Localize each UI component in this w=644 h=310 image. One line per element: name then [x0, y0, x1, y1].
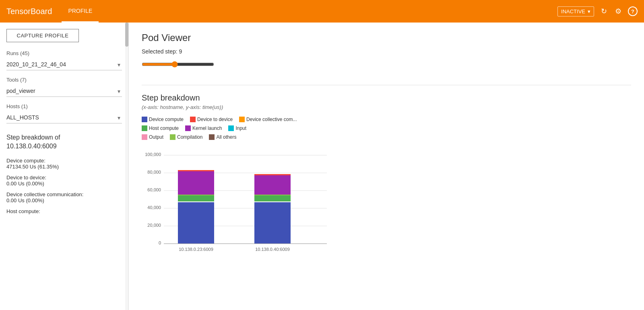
runs-section: Runs (45) 2020_10_21_22_46_04 ▾ — [6, 50, 122, 70]
bar1-kernel-launch — [178, 171, 214, 195]
tools-label: Tools (7) — [6, 77, 122, 83]
bar2-device-compute — [254, 202, 291, 244]
runs-select-wrapper: 2020_10_21_22_46_04 ▾ — [6, 59, 122, 70]
sidebar: CAPTURE PROFILE Runs (45) 2020_10_21_22_… — [0, 23, 129, 310]
device-compute-item: Device compute: 47134.50 Us (61.35%) — [6, 158, 122, 170]
tools-select[interactable]: pod_viewer — [6, 85, 122, 97]
bar2-device-to-device — [254, 174, 291, 175]
page-title: Pod Viewer — [142, 32, 631, 43]
device-to-device-value: 0.00 Us (0.00%) — [6, 181, 122, 187]
host-compute-label: Host compute: — [6, 208, 122, 214]
device-compute-value: 47134.50 Us (61.35%) — [6, 164, 122, 170]
legend-color-5 — [228, 125, 234, 131]
device-to-device-item: Device to device: 0.00 Us (0.00%) — [6, 175, 122, 187]
legend-color-2 — [239, 117, 245, 122]
header: TensorBoard PROFILE INACTIVE ▾ ↻ ⚙ ? — [0, 0, 644, 23]
svg-text:10.138.0.23:6009: 10.138.0.23:6009 — [179, 247, 213, 252]
svg-text:100,000: 100,000 — [145, 152, 161, 157]
svg-text:80,000: 80,000 — [147, 170, 161, 175]
step-slider-container — [142, 58, 631, 72]
svg-text:20,000: 20,000 — [147, 223, 161, 228]
svg-text:60,000: 60,000 — [147, 187, 161, 192]
svg-text:0: 0 — [159, 240, 161, 245]
step-slider[interactable] — [142, 61, 214, 68]
svg-text:10.138.0.40:6009: 10.138.0.40:6009 — [255, 247, 290, 252]
legend-color-8 — [209, 134, 215, 140]
legend-item-7: Compilation — [170, 134, 202, 140]
legend-label-1: Device to device — [197, 117, 233, 122]
legend-label-3: Host compute — [149, 125, 179, 131]
bar1-host-compute — [178, 195, 214, 201]
sidebar-info: Step breakdown of10.138.0.40:6009 Device… — [6, 133, 122, 214]
bar1-device-compute — [178, 202, 214, 244]
chart-title: Step breakdown — [142, 93, 631, 103]
legend-item-2: Device collective com... — [239, 117, 297, 122]
legend-label-5: Input — [235, 125, 246, 131]
legend-color-6 — [142, 134, 147, 140]
runs-label: Runs (45) — [6, 50, 122, 56]
chart-subtitle: (x-axis: hostname, y-axis: time(us)) — [142, 104, 631, 110]
legend-color-7 — [170, 134, 175, 140]
device-compute-label: Device compute: — [6, 158, 122, 164]
legend-color-0 — [142, 117, 147, 122]
help-icon[interactable]: ? — [628, 6, 638, 16]
device-collective-label: Device collective communication: — [6, 191, 122, 197]
chart-legend: Device computeDevice to deviceDevice col… — [142, 117, 631, 142]
legend-label-0: Device compute — [149, 117, 184, 122]
device-collective-value: 0.00 Us (0.00%) — [6, 197, 122, 203]
device-to-device-label: Device to device: — [6, 175, 122, 181]
chevron-down-icon: ▾ — [588, 8, 590, 14]
svg-text:40,000: 40,000 — [147, 205, 161, 210]
legend-item-8: All others — [209, 134, 236, 140]
legend-color-1 — [190, 117, 196, 122]
legend-color-4 — [185, 125, 191, 131]
bar-chart: 100,000 80,000 60,000 40,000 20,000 0 — [142, 148, 343, 277]
hosts-select[interactable]: ALL_HOSTS — [6, 112, 122, 123]
status-label: INACTIVE — [561, 8, 585, 14]
refresh-icon[interactable]: ↻ — [599, 6, 609, 16]
status-dropdown[interactable]: INACTIVE ▾ — [557, 6, 594, 16]
step-label: Selected step: 9 — [142, 48, 631, 55]
legend-item-5: Input — [228, 125, 246, 131]
runs-select[interactable]: 2020_10_21_22_46_04 — [6, 59, 122, 70]
capture-profile-button[interactable]: CAPTURE PROFILE — [6, 29, 79, 42]
hosts-section: Hosts (1) ALL_HOSTS ▾ — [6, 103, 122, 123]
nav-profile[interactable]: PROFILE — [62, 0, 99, 23]
bar2-compilation — [254, 195, 291, 195]
legend-label-6: Output — [149, 134, 163, 140]
legend-color-3 — [142, 125, 147, 131]
divider — [142, 85, 631, 85]
legend-item-6: Output — [142, 134, 163, 140]
info-title: Step breakdown of10.138.0.40:6009 — [6, 133, 122, 151]
chart-area: 100,000 80,000 60,000 40,000 20,000 0 — [142, 148, 631, 278]
content-area: Pod Viewer Selected step: 9 Step breakdo… — [129, 23, 644, 310]
legend-item-3: Host compute — [142, 125, 179, 131]
main-layout: CAPTURE PROFILE Runs (45) 2020_10_21_22_… — [0, 23, 644, 310]
hosts-label: Hosts (1) — [6, 103, 122, 109]
hosts-select-wrapper: ALL_HOSTS ▾ — [6, 112, 122, 123]
settings-icon[interactable]: ⚙ — [613, 6, 623, 16]
bar2-kernel-launch — [254, 175, 291, 195]
legend-label-4: Kernel launch — [192, 125, 222, 131]
bar1-compilation — [178, 195, 214, 195]
bar2-host-compute — [254, 195, 291, 201]
tools-section: Tools (7) pod_viewer ▾ — [6, 77, 122, 97]
tools-select-wrapper: pod_viewer ▾ — [6, 85, 122, 97]
legend-label-2: Device collective com... — [246, 117, 297, 122]
legend-item-4: Kernel launch — [185, 125, 222, 131]
legend-item-1: Device to device — [190, 117, 233, 122]
brand-logo: TensorBoard — [6, 7, 52, 16]
header-controls: INACTIVE ▾ ↻ ⚙ ? — [557, 6, 638, 16]
device-collective-item: Device collective communication: 0.00 Us… — [6, 191, 122, 203]
legend-label-8: All others — [216, 134, 236, 140]
legend-label-7: Compilation — [177, 134, 202, 140]
bar1-device-to-device — [178, 170, 214, 171]
legend-item-0: Device compute — [142, 117, 184, 122]
host-compute-item: Host compute: — [6, 208, 122, 214]
